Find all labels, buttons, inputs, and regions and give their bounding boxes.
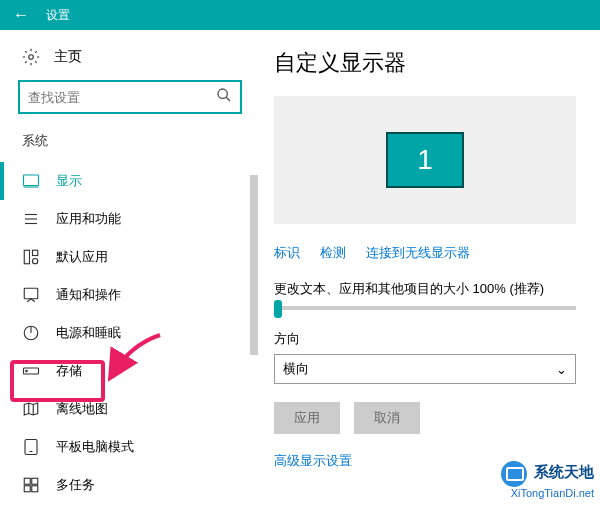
svg-rect-21: [32, 478, 38, 484]
sidebar-item-label: 应用和功能: [56, 210, 121, 228]
svg-point-1: [218, 89, 227, 98]
titlebar: ← 设置: [0, 0, 600, 30]
watermark-url: XiTongTianDi.net: [511, 487, 594, 499]
back-button[interactable]: ←: [0, 0, 42, 30]
page-title: 自定义显示器: [274, 48, 576, 78]
arrow-left-icon: ←: [13, 6, 29, 24]
orientation-label: 方向: [274, 330, 576, 348]
dropdown-value: 横向: [283, 360, 309, 378]
cancel-button[interactable]: 取消: [354, 402, 420, 434]
home-label: 主页: [54, 48, 82, 66]
svg-rect-9: [33, 250, 38, 255]
button-row: 应用 取消: [274, 402, 576, 434]
sidebar-item-label: 存储: [56, 362, 82, 380]
power-icon: [22, 324, 40, 342]
apply-button[interactable]: 应用: [274, 402, 340, 434]
sidebar-item-label: 显示: [56, 172, 82, 190]
identify-link[interactable]: 标识: [274, 244, 300, 262]
display-links: 标识 检测 连接到无线显示器: [274, 244, 576, 262]
window-title: 设置: [46, 7, 70, 24]
map-icon: [22, 400, 40, 418]
gear-icon: [22, 48, 40, 66]
sidebar-item-storage[interactable]: 存储: [0, 352, 260, 390]
monitor-tile[interactable]: 1: [386, 132, 464, 188]
wireless-link[interactable]: 连接到无线显示器: [366, 244, 470, 262]
tablet-icon: [22, 438, 40, 456]
svg-point-10: [33, 259, 38, 264]
search-input[interactable]: [18, 80, 242, 114]
monitor-icon: [22, 172, 40, 190]
svg-rect-22: [24, 486, 30, 492]
watermark-title: 系统天地: [534, 463, 594, 480]
chevron-down-icon: ⌄: [556, 362, 567, 377]
multitask-icon: [22, 476, 40, 494]
svg-rect-8: [24, 250, 29, 264]
monitor-number: 1: [417, 144, 433, 176]
scale-label: 更改文本、应用和其他项目的大小 100% (推荐): [274, 280, 576, 298]
svg-rect-18: [25, 440, 37, 455]
sidebar-item-tablet-mode[interactable]: 平板电脑模式: [0, 428, 260, 466]
nav-list: 显示 应用和功能 默认应用 通知和操作 电源和睡眠 存储: [0, 162, 260, 505]
orientation-dropdown[interactable]: 横向 ⌄: [274, 354, 576, 384]
sidebar-item-label: 多任务: [56, 476, 95, 494]
svg-rect-20: [24, 478, 30, 484]
sidebar-item-notifications[interactable]: 通知和操作: [0, 276, 260, 314]
sidebar-item-label: 离线地图: [56, 400, 108, 418]
display-preview[interactable]: 1: [274, 96, 576, 224]
sidebar-item-label: 通知和操作: [56, 286, 121, 304]
scrollbar-thumb[interactable]: [250, 175, 258, 355]
sidebar-item-multitask[interactable]: 多任务: [0, 466, 260, 504]
sidebar-item-default-apps[interactable]: 默认应用: [0, 238, 260, 276]
section-label: 系统: [0, 132, 260, 162]
content: 主页 系统 显示 应用和功能 默认应用 通知和操作: [0, 30, 600, 505]
sidebar-item-power[interactable]: 电源和睡眠: [0, 314, 260, 352]
detect-link[interactable]: 检测: [320, 244, 346, 262]
svg-point-0: [29, 55, 34, 60]
watermark: 系统天地 XiTongTianDi.net: [501, 461, 594, 499]
scrollbar[interactable]: [248, 175, 260, 505]
watermark-logo-icon: [501, 461, 527, 487]
storage-icon: [22, 362, 40, 380]
sidebar-item-apps[interactable]: 应用和功能: [0, 200, 260, 238]
sidebar-item-display[interactable]: 显示: [0, 162, 260, 200]
svg-rect-11: [24, 288, 38, 299]
svg-rect-3: [24, 175, 39, 186]
sidebar-item-label: 平板电脑模式: [56, 438, 134, 456]
scale-slider[interactable]: [274, 306, 576, 310]
sidebar-item-offline-maps[interactable]: 离线地图: [0, 390, 260, 428]
search-icon: [216, 87, 232, 107]
svg-line-2: [226, 97, 230, 101]
sidebar: 主页 系统 显示 应用和功能 默认应用 通知和操作: [0, 30, 260, 505]
home-link[interactable]: 主页: [0, 44, 260, 80]
sidebar-item-label: 默认应用: [56, 248, 108, 266]
list-icon: [22, 210, 40, 228]
sidebar-item-label: 电源和睡眠: [56, 324, 121, 342]
svg-rect-23: [32, 486, 38, 492]
slider-thumb[interactable]: [274, 300, 282, 318]
main-panel: 自定义显示器 1 标识 检测 连接到无线显示器 更改文本、应用和其他项目的大小 …: [260, 30, 600, 505]
svg-point-15: [26, 370, 28, 372]
notifications-icon: [22, 286, 40, 304]
search-field[interactable]: [28, 90, 216, 105]
default-apps-icon: [22, 248, 40, 266]
